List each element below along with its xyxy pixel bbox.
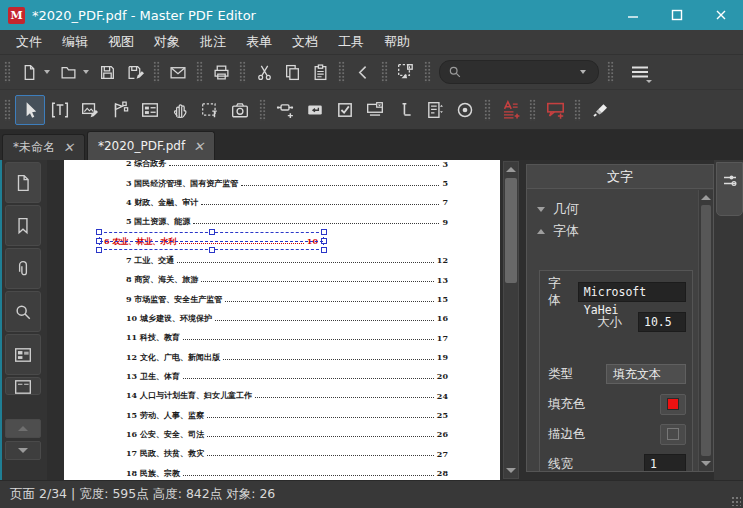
signature-field-button[interactable] (390, 95, 420, 125)
toolbar-drag-handle[interactable] (607, 61, 614, 83)
menu-file[interactable]: 文件 (6, 33, 52, 51)
resize-grip[interactable] (731, 496, 741, 506)
sidebar-scroll-up-button[interactable] (5, 419, 41, 438)
layers-panel-button[interactable] (5, 377, 41, 395)
radio-button-tool[interactable] (450, 95, 480, 125)
toc-row[interactable]: 15 劳动、人事、监察 25 (126, 405, 448, 424)
toolbar-drag-handle[interactable] (574, 99, 581, 121)
pdf-page[interactable]: 2 综合政务 3 3 国民经济管理、国有资产监管 5 4 财政、金融、审计 7 … (64, 160, 500, 480)
toc-row[interactable]: 11 科技、教育 17 (126, 328, 448, 347)
toc-row[interactable]: 13 卫生、体育 20 (126, 367, 448, 386)
toc-row[interactable]: 2 综合政务 3 (126, 160, 448, 173)
forms-panel-button[interactable] (5, 334, 41, 375)
search-box[interactable] (439, 60, 599, 84)
selection-handle[interactable] (96, 238, 102, 244)
menu-tools[interactable]: 工具 (328, 33, 374, 51)
new-document-button[interactable] (15, 59, 43, 85)
hand-tool-button[interactable] (165, 95, 195, 125)
bookmarks-panel-button[interactable] (5, 205, 41, 246)
add-callout-button[interactable] (540, 95, 570, 125)
save-as-button[interactable] (121, 59, 149, 85)
add-link-button[interactable] (270, 95, 300, 125)
toc-row[interactable]: 3 国民经济管理、国有资产监管 5 (126, 173, 448, 192)
section-geometry[interactable]: 几何 (527, 198, 697, 220)
properties-tab[interactable] (716, 162, 743, 216)
menu-form[interactable]: 表单 (236, 33, 282, 51)
scroll-down-button[interactable] (504, 463, 518, 478)
menu-object[interactable]: 对象 (144, 33, 190, 51)
toolbar-drag-handle[interactable] (4, 99, 11, 121)
save-button[interactable] (93, 59, 121, 85)
font-size-field[interactable]: 10.5 (638, 312, 686, 332)
toc-row[interactable]: 4 财政、金融、审计 7 (126, 193, 448, 212)
tab-close-icon[interactable]: ✕ (193, 139, 204, 154)
back-button[interactable] (349, 59, 377, 85)
toolbar-drag-handle[interactable] (153, 61, 160, 83)
document-scrollbar[interactable] (503, 161, 519, 479)
tab-2020-pdf[interactable]: *2020_PDF.pdf ✕ (87, 131, 215, 160)
toc-row[interactable]: 10 城乡建设、环境保护 16 (126, 309, 448, 328)
menu-annotation[interactable]: 批注 (190, 33, 236, 51)
list-box-button[interactable] (420, 95, 450, 125)
toc-row[interactable]: 6 农业、林业、水利 10 (104, 231, 318, 250)
paste-button[interactable] (306, 59, 334, 85)
toolbar-drag-handle[interactable] (529, 99, 536, 121)
copy-button[interactable] (278, 59, 306, 85)
toc-row[interactable]: 5 国土资源、能源 9 (126, 212, 448, 231)
screenshot-button[interactable] (225, 95, 255, 125)
select-tool-button[interactable] (15, 95, 45, 125)
font-name-field[interactable]: Microsoft YaHei (578, 282, 686, 302)
edit-text-button[interactable] (45, 95, 75, 125)
print-button[interactable] (207, 59, 235, 85)
toc-row[interactable]: 9 市场监管、安全生产监管 15 (126, 289, 448, 308)
panel-scroll-down-button[interactable] (699, 456, 713, 471)
toc-row[interactable]: 16 公安、安全、司法 26 (126, 425, 448, 444)
search-panel-button[interactable] (5, 291, 41, 332)
toolbar-drag-handle[interactable] (338, 61, 345, 83)
tab-close-icon[interactable]: ✕ (63, 140, 74, 155)
scroll-up-button[interactable] (504, 162, 518, 177)
edit-form-button[interactable] (135, 95, 165, 125)
toolbar-drag-handle[interactable] (196, 61, 203, 83)
pages-panel-button[interactable] (5, 162, 41, 203)
toolbar-drag-handle[interactable] (259, 99, 266, 121)
panel-scrollbar[interactable] (698, 190, 713, 471)
menu-document[interactable]: 文档 (282, 33, 328, 51)
selection-handle[interactable] (96, 247, 102, 253)
tab-untitled[interactable]: *未命名 ✕ (2, 134, 85, 160)
fill-color-swatch[interactable] (660, 394, 686, 415)
highlighter-button[interactable] (585, 95, 615, 125)
minimize-button[interactable] (611, 0, 655, 30)
toc-row[interactable]: 14 人口与计划生育、妇女儿童工作 24 (126, 386, 448, 405)
line-width-field[interactable]: 1 (644, 454, 686, 472)
selection-handle[interactable] (96, 229, 102, 235)
select-text-button[interactable] (195, 95, 225, 125)
menu-view[interactable]: 视图 (98, 33, 144, 51)
toc-row[interactable]: 12 文化、广电、新闻出版 19 (126, 347, 448, 366)
open-button[interactable] (54, 59, 82, 85)
toc-row[interactable]: 18 民族、宗教 28 (126, 464, 448, 481)
attachments-panel-button[interactable] (5, 248, 41, 289)
section-font[interactable]: 字体 (527, 220, 697, 242)
open-dropdown[interactable] (83, 70, 89, 74)
panel-scroll-up-button[interactable] (699, 190, 713, 205)
toolbar-drag-handle[interactable] (424, 61, 431, 83)
selection-handle[interactable] (321, 238, 327, 244)
search-input[interactable] (462, 64, 579, 80)
type-dropdown[interactable]: 填充文本 (606, 364, 686, 384)
edit-image-button[interactable] (75, 95, 105, 125)
email-button[interactable] (164, 59, 192, 85)
new-document-dropdown[interactable] (44, 70, 50, 74)
cut-button[interactable] (250, 59, 278, 85)
toolbar-drag-handle[interactable] (484, 99, 491, 121)
text-style-button[interactable] (495, 95, 525, 125)
search-dropdown[interactable] (580, 70, 586, 74)
toc-row[interactable]: 8 商贸、海关、旅游 13 (126, 270, 448, 289)
stroke-color-swatch[interactable] (660, 424, 686, 445)
toc-row[interactable]: 17 民政、扶贫、救灾 27 (126, 444, 448, 463)
combobox-button[interactable] (360, 95, 390, 125)
close-button[interactable] (699, 0, 743, 30)
sidebar-scroll-down-button[interactable] (5, 441, 41, 460)
text-field-button[interactable] (300, 95, 330, 125)
toc-row[interactable]: 7 工业、交通 12 (126, 251, 448, 270)
